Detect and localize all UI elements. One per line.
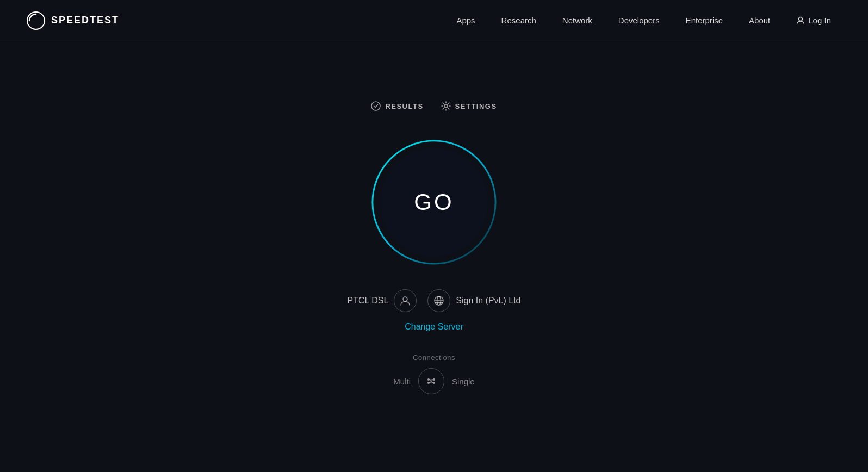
host-section: Sign In (Pvt.) Ltd: [427, 289, 520, 312]
svg-point-5: [403, 297, 407, 301]
nav-developers[interactable]: Developers: [607, 11, 671, 29]
login-label: Log In: [808, 16, 831, 25]
settings-label: SETTINGS: [455, 102, 497, 110]
multi-option: Multi: [393, 377, 411, 386]
nav-network[interactable]: Network: [551, 11, 603, 29]
user-icon: [400, 295, 411, 306]
navbar: SPEEDTEST Apps Research Network Develope…: [0, 0, 868, 41]
results-label: RESULTS: [385, 102, 423, 110]
globe-icon-circle: [427, 289, 450, 312]
login-button[interactable]: Log In: [785, 11, 842, 29]
go-label: GO: [414, 189, 454, 215]
svg-point-1: [799, 17, 803, 21]
single-option: Single: [452, 377, 475, 386]
nav-links: Apps Research Network Developers Enterpr…: [445, 11, 842, 29]
connections-toggle: Multi Single: [393, 368, 474, 394]
go-button[interactable]: GO: [380, 148, 488, 257]
connections-switch-icon: [424, 374, 438, 388]
results-button[interactable]: RESULTS: [371, 101, 423, 111]
nav-enterprise[interactable]: Enterprise: [675, 11, 734, 29]
gear-icon: [441, 101, 451, 111]
globe-icon: [433, 295, 444, 306]
settings-button[interactable]: SETTINGS: [441, 101, 497, 111]
isp-icon-circle: [394, 289, 417, 312]
nav-apps[interactable]: Apps: [445, 11, 486, 29]
person-icon: [796, 16, 805, 25]
isp-section: PTCL DSL: [347, 289, 417, 312]
change-server-link[interactable]: Change Server: [405, 322, 463, 332]
checkmark-icon: [371, 101, 381, 111]
logo-icon: [26, 11, 46, 30]
connections-label: Connections: [413, 353, 455, 362]
connections-switch[interactable]: [418, 368, 444, 394]
nav-research[interactable]: Research: [491, 11, 547, 29]
svg-point-2: [371, 102, 380, 110]
connections-section: Connections Multi Single: [393, 353, 474, 394]
logo-text: SPEEDTEST: [51, 15, 119, 26]
toolbar: RESULTS SETTINGS: [371, 101, 497, 111]
go-button-wrapper: GO: [369, 137, 499, 268]
host-name: Sign In (Pvt.) Ltd: [456, 296, 520, 306]
svg-point-3: [444, 104, 448, 108]
main-content: RESULTS SETTINGS GO: [0, 41, 868, 394]
nav-about[interactable]: About: [738, 11, 781, 29]
server-info: PTCL DSL Sign In (Pvt.) Ltd: [347, 289, 520, 312]
isp-name: PTCL DSL: [347, 296, 388, 306]
logo[interactable]: SPEEDTEST: [26, 11, 119, 30]
